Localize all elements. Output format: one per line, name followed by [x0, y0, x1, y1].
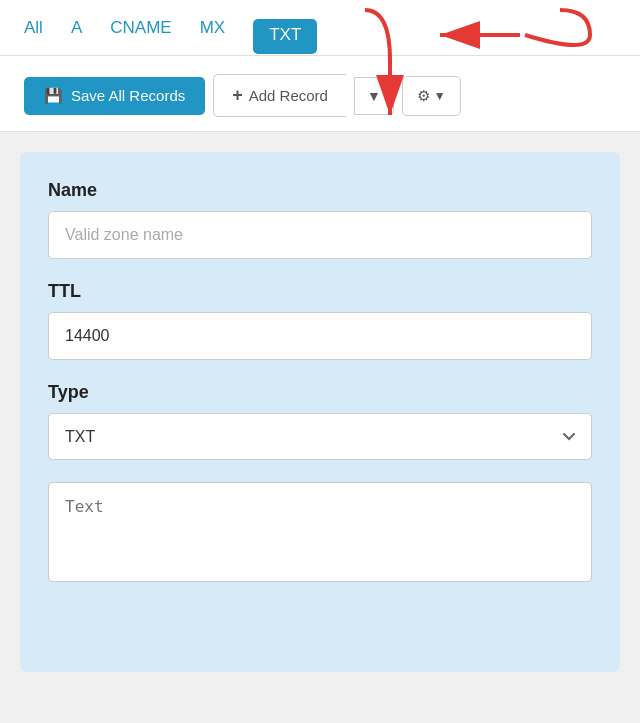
gear-icon: ⚙ [417, 87, 430, 105]
name-input[interactable] [48, 211, 592, 259]
save-all-label: Save All Records [71, 87, 185, 104]
ttl-label: TTL [48, 281, 592, 302]
add-record-label: Add Record [249, 87, 328, 104]
save-all-records-button[interactable]: 💾 Save All Records [24, 77, 205, 115]
ttl-input[interactable] [48, 312, 592, 360]
plus-icon: + [232, 85, 243, 106]
add-record-dropdown-button[interactable]: ▼ [354, 77, 394, 115]
record-form: Name TTL Type TXT A AAAA CNAME MX NS SRV… [20, 152, 620, 672]
settings-button[interactable]: ⚙ ▼ [402, 76, 461, 116]
save-icon: 💾 [44, 87, 63, 105]
type-label: Type [48, 382, 592, 403]
tab-a[interactable]: A [71, 18, 82, 55]
tab-mx[interactable]: MX [200, 18, 226, 55]
tab-all[interactable]: All [24, 18, 43, 55]
tab-bar: All A CNAME MX TXT [0, 0, 640, 56]
gear-chevron-icon: ▼ [434, 89, 446, 103]
toolbar: 💾 Save All Records + Add Record ▼ ⚙ ▼ [0, 56, 640, 132]
tab-navigation: All A CNAME MX TXT [24, 18, 616, 55]
chevron-down-icon: ▼ [367, 88, 381, 104]
type-select[interactable]: TXT A AAAA CNAME MX NS SRV CAA [48, 413, 592, 460]
name-label: Name [48, 180, 592, 201]
add-record-button[interactable]: + Add Record [213, 74, 346, 117]
tab-txt[interactable]: TXT [253, 19, 317, 54]
text-textarea[interactable] [48, 482, 592, 582]
tab-cname[interactable]: CNAME [110, 18, 171, 55]
